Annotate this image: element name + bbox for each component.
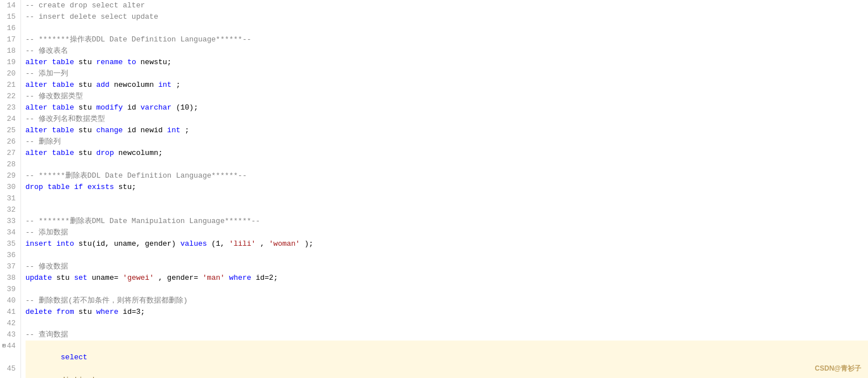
- ln-26: 26: [2, 136, 16, 148]
- ln-32: 32: [2, 204, 16, 216]
- code-line-35: insert into stu(id, uname, gender) value…: [26, 238, 868, 250]
- ln-24: 24: [2, 114, 16, 125]
- code-line-15: -- insert delete select update: [26, 11, 868, 23]
- ln-34: 34: [2, 227, 16, 238]
- kw-table-25: table: [52, 126, 74, 135]
- kw-delete-41: delete: [26, 308, 52, 316]
- ln-16: 16: [2, 23, 16, 34]
- ln-36: 36: [2, 250, 16, 261]
- ln-19: 19: [2, 57, 16, 68]
- ln-20: 20: [2, 68, 16, 79]
- code-line-16: [26, 23, 868, 34]
- ln-44-cont: [2, 352, 16, 363]
- editor-container: 14 15 16 17 18 19 20 21 22 23 24 25 26 2…: [0, 0, 868, 378]
- kw-alter-21: alter: [26, 81, 48, 89]
- kw-alter-27: alter: [26, 149, 48, 157]
- ln-33: 33: [2, 216, 16, 227]
- code-line-32: [26, 204, 868, 216]
- kw-insert-35: insert: [26, 240, 52, 248]
- kw-varchar-23: varchar: [141, 103, 172, 112]
- ln-42: 42: [2, 318, 16, 329]
- comment-15: -- insert delete select update: [26, 12, 158, 21]
- str-man-38: 'man': [203, 274, 225, 282]
- kw-drop-30: drop: [26, 183, 43, 191]
- ln-38: 38: [2, 272, 16, 284]
- code-line-25: alter table stu change id newid int ;: [26, 125, 868, 136]
- plain-21c: newcolumn: [114, 81, 158, 89]
- kw-add-21: add: [97, 81, 110, 89]
- kw-drop-27: drop: [97, 149, 114, 157]
- plain-19d: newstu;: [141, 58, 172, 66]
- code-line-24: -- 修改列名和数据类型: [26, 114, 868, 125]
- ln-31: 31: [2, 193, 16, 204]
- code-line-33: -- *******删除表DML Date Manipulation Langu…: [26, 216, 868, 227]
- code-line-42: [26, 318, 868, 329]
- code-content[interactable]: -- create drop select alter -- insert de…: [21, 0, 868, 378]
- str-lili-35: 'lili': [229, 240, 256, 248]
- plain-25d: ;: [185, 126, 190, 135]
- ln-44: ⊞44: [2, 341, 16, 352]
- ln-17: 17: [2, 34, 16, 45]
- ln-25: 25: [2, 125, 16, 136]
- kw-where-41: where: [97, 308, 119, 316]
- ln-28: 28: [2, 159, 16, 170]
- kw-from-41: from: [56, 308, 74, 316]
- code-line-26: -- 删除列: [26, 136, 868, 148]
- code-line-27: alter table stu drop newcolumn;: [26, 148, 868, 159]
- ln-18: 18: [2, 45, 16, 57]
- ln-41: 41: [2, 306, 16, 318]
- plain-38e: id=2;: [255, 274, 278, 282]
- str-woman-35: 'woman': [269, 240, 300, 248]
- ln-45: 45: [2, 363, 16, 375]
- line-numbers: 14 15 16 17 18 19 20 21 22 23 24 25 26 2…: [0, 0, 21, 378]
- plain-19b: stu: [78, 58, 96, 66]
- kw-to-19: to: [127, 58, 136, 66]
- plain-23b: stu: [78, 103, 96, 112]
- code-line-18: -- 修改表名: [26, 45, 868, 57]
- fn-distinct-44: distinct: [61, 376, 96, 378]
- comment-29: -- ******删除表DDL Date Definition Language…: [26, 171, 247, 180]
- code-area: 14 15 16 17 18 19 20 21 22 23 24 25 26 2…: [0, 0, 868, 378]
- kw-int-25: int: [167, 126, 180, 135]
- comment-18: -- 修改表名: [26, 47, 68, 55]
- ln-27: 27: [2, 148, 16, 159]
- ln-23: 23: [2, 102, 16, 114]
- ln-39: 39: [2, 284, 16, 295]
- code-line-28: [26, 159, 868, 170]
- code-line-39: [26, 284, 868, 295]
- ln-37: 37: [2, 261, 16, 272]
- code-line-34: -- 添加数据: [26, 227, 868, 238]
- code-line-17: -- *******操作表DDL Date Definition Languag…: [26, 34, 868, 45]
- comment-24: -- 修改列名和数据类型: [26, 115, 105, 123]
- kw-table-27: table: [52, 149, 74, 157]
- kw-update-38: update: [26, 274, 52, 282]
- kw-table-23: table: [52, 103, 74, 112]
- comment-20: -- 添加一列: [26, 69, 68, 78]
- plain-41b: stu: [78, 308, 96, 316]
- code-line-29: -- ******删除表DDL Date Definition Language…: [26, 170, 868, 182]
- kw-alter-23: alter: [26, 103, 48, 112]
- code-line-40: -- 删除数据(若不加条件，则将所有数据都删除): [26, 295, 868, 306]
- ln-40: 40: [2, 295, 16, 306]
- plain-35b: stu(id, uname, gender): [78, 240, 180, 248]
- kw-exists-30: exists: [87, 183, 114, 191]
- fold-icon-44[interactable]: ⊞: [2, 341, 6, 352]
- comment-17: -- *******操作表DDL Date Definition Languag…: [26, 35, 251, 44]
- plain-27c: newcolumn;: [119, 149, 163, 157]
- plain-41c: id=3;: [123, 308, 145, 316]
- kw-modify-23: modify: [97, 103, 123, 112]
- comment-43: -- 查询数据: [26, 330, 68, 339]
- code-line-20: -- 添加一列: [26, 68, 868, 79]
- code-line-38: update stu set uname= 'gewei' , gender= …: [26, 272, 868, 284]
- plain-23d: (10);: [176, 103, 198, 112]
- comment-22: -- 修改数据类型: [26, 92, 83, 100]
- kw-alter-19: alter: [26, 58, 48, 66]
- plain-35d: ,: [260, 240, 269, 248]
- ln-30: 30: [2, 182, 16, 193]
- watermark: CSDN@青衫子: [815, 364, 861, 373]
- kw-where-38: where: [229, 274, 251, 282]
- comment-40: -- 删除数据(若不加条件，则将所有数据都删除): [26, 296, 188, 305]
- plain-21b: stu: [78, 81, 96, 89]
- plain-38c: , gender=: [158, 274, 198, 282]
- comment-14: -- create drop select alter: [26, 1, 145, 10]
